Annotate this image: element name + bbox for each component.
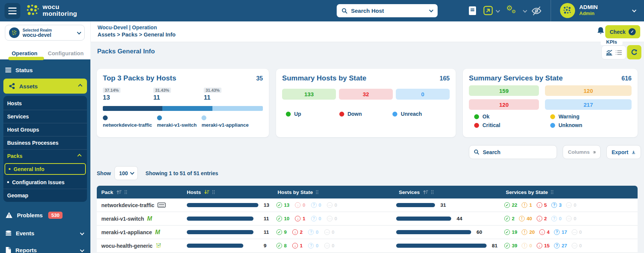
hosts-down-count: 1 [292,243,302,248]
menu-toggle-button[interactable] [5,3,20,19]
ellipsis-circle-icon [566,216,572,221]
sidebar-item-host-groups[interactable]: Host Groups [3,123,87,136]
table-row[interactable]: wocu-health-generic 9 8 1 0 0 81 [97,239,638,253]
external-link-button[interactable] [483,6,493,15]
hosts-other-count: 0 [324,243,334,248]
card-title: Summary Services by State [469,74,563,82]
hosts-count: 11 [264,216,269,221]
bar-chart-icon [606,50,613,56]
sidebar-item-reports[interactable]: Reports [0,244,90,253]
eye-off-icon [530,6,543,16]
chevron-up-icon [77,154,81,158]
exclamation-circle-icon [522,243,527,248]
problems-count-badge: 530 [48,212,63,219]
services-ok-count: 19 [504,229,517,235]
legend: Up Down Unreach [282,111,450,117]
columns-button[interactable]: Columns [563,145,601,159]
table-row[interactable]: meraki-v1-switch 11 10 1 0 0 44 2 40 2 [97,212,638,226]
list-icon [615,50,622,55]
pack-name[interactable]: meraki-v1-appliance [101,229,152,235]
hosts-down-count: 2 [292,229,302,235]
wocu-logo-dots-icon [26,3,40,18]
sidebar-item-business-processes[interactable]: Business Processes [3,136,87,149]
services-unknown-count: 0 [551,216,562,221]
kpi-list-view-button[interactable] [615,50,622,55]
drag-handle-icon[interactable] [212,190,215,194]
pack-percent: 31.43% [153,88,171,93]
card-top-packs: Top 3 Packs by Hosts 35 37.14% 13 31.43%… [97,69,269,137]
main-content: Packs General Info KPIs Top 3 Packs by H… [90,42,644,253]
check-circle-icon [504,216,510,221]
pack-name[interactable]: wocu-health-generic [101,243,153,249]
hosts-down-count: 0 [295,202,305,208]
arrow-down-circle-icon [295,216,301,221]
report-file-icon [5,247,11,253]
question-circle-icon [308,229,314,235]
kpi-chart-view-button[interactable] [606,50,613,56]
hosts-bar [187,244,243,248]
breadcrumb[interactable]: Assets > Packs > General Info [98,32,175,38]
sidebar-item-general-info[interactable]: General Info [5,163,86,175]
legend: Ok Warning Critical Unknown [469,114,632,128]
sort-icon [116,190,122,194]
services-warning-count: 0 [522,243,532,248]
avatar[interactable] [560,3,575,18]
notifications-button[interactable] [597,26,605,35]
sidebar-item-configuration-issues[interactable]: Configuration Issues [3,176,87,189]
sidebar-item-hosts[interactable]: Hosts [3,97,87,110]
top-bar: wocu monitoring Search Host ⚙ ⚙ [0,0,644,21]
kpis-label: KPIs [601,39,623,45]
drag-handle-icon[interactable] [551,190,554,194]
chevron-down-icon[interactable] [496,8,500,12]
tab-configuration[interactable]: Configuration [48,50,84,56]
export-button[interactable]: Export [606,145,641,159]
sidebar-item-packs[interactable]: Packs [3,149,87,162]
database-icon [5,230,12,236]
check-button[interactable]: Check [605,25,640,38]
sidebar-item-status[interactable]: Status [0,64,90,76]
column-header-pack[interactable]: Pack [97,189,187,195]
column-header-hosts-by-state[interactable]: Hosts by State [276,189,396,195]
services-other-count: 0 [572,229,582,235]
kpi-cards: Top 3 Packs by Hosts 35 37.14% 13 31.43%… [97,69,638,137]
page-size-select[interactable]: 100 [114,166,138,180]
search-host-select[interactable]: Search Host [337,4,438,17]
refresh-button[interactable] [627,45,641,59]
table-row[interactable]: meraki-v1-appliance 11 9 2 0 0 60 19 20 … [97,226,638,239]
hide-view-button[interactable] [530,6,543,16]
sidebar-item-problems[interactable]: Problems 530 [0,209,90,221]
breadcrumb-realm[interactable]: Wocu-Devel | Operation [98,24,157,30]
pack-name[interactable]: meraki-v1-switch [101,216,144,222]
drag-handle-icon[interactable] [125,190,128,194]
tab-operation[interactable]: Operation [12,50,37,56]
chevron-down-icon[interactable] [632,8,636,12]
legend-dot [339,112,344,117]
services-unknown-count: 27 [554,243,567,248]
drag-handle-icon[interactable] [431,190,434,194]
hosts-other-count: 0 [327,202,337,208]
chevron-down-icon [77,30,81,34]
wocu-logo: wocu monitoring [26,3,77,18]
docs-book-button[interactable] [469,6,476,15]
sidebar-item-assets[interactable]: Assets [3,79,87,94]
search-input[interactable] [483,149,543,155]
sidebar-item-events[interactable]: Events [0,227,90,239]
sidebar-item-geomap[interactable]: Geomap [3,189,87,202]
question-circle-icon [551,202,557,208]
chevron-down-icon[interactable] [523,8,527,12]
sidebar-item-services[interactable]: Services [3,110,87,123]
drag-handle-icon[interactable] [316,190,319,194]
refresh-icon [630,48,638,56]
column-header-hosts[interactable]: Hosts [187,189,276,195]
column-header-services[interactable]: Services [396,189,504,195]
pack-name[interactable]: networkdevice-traffic [101,202,154,208]
user-menu[interactable]: ADMIN Admin [579,4,598,16]
realm-strip: Selected Realm wocu-devel Operation Conf… [0,21,90,59]
table-row[interactable]: networkdevice-traffic 13 13 0 0 0 31 [97,198,638,212]
column-header-services-by-state[interactable]: Services by State [504,189,638,195]
hosts-up-count: 8 [276,243,287,248]
card-services-by-state: Summary Services by State 616 159 120 12… [463,69,638,137]
table-search[interactable] [469,145,557,159]
realm-select[interactable]: Selected Realm wocu-devel [5,25,85,41]
settings-gears-button[interactable]: ⚙ ⚙ [506,5,519,17]
